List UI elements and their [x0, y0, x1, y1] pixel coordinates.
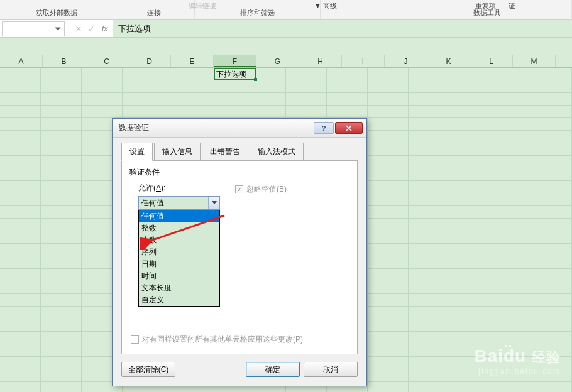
dialog-tabs: 设置 输入信息 出错警告 输入法模式	[121, 143, 358, 161]
col-header[interactable]: G	[256, 55, 299, 67]
cancel-icon: ✕	[75, 24, 82, 33]
tab-error-alert[interactable]: 出错警告	[202, 143, 248, 160]
edit-links-btn: 编辑链接	[189, 1, 216, 11]
col-header[interactable]: D	[128, 55, 171, 67]
combo-value: 任何值	[141, 198, 164, 209]
duplicates-btn[interactable]: 重复项	[475, 1, 496, 11]
ribbon-label: 连接	[147, 8, 161, 18]
col-header[interactable]: K	[427, 55, 470, 67]
cancel-button[interactable]: 取消	[304, 362, 358, 377]
dropdown-icon[interactable]	[208, 197, 219, 209]
dialog-title: 数据验证	[119, 122, 149, 133]
data-validation-dialog: 数据验证 ? 设置 输入信息 出错警告 输入法模式 验证条件 允许(A):	[112, 118, 367, 386]
tab-panel-settings: 验证条件 允许(A): 任何值 任何值 整数	[121, 161, 358, 354]
dropdown-option[interactable]: 小数	[139, 234, 219, 246]
col-header[interactable]: H	[299, 55, 342, 67]
checkbox-icon	[131, 335, 139, 344]
active-cell-value: 下拉选项	[216, 69, 246, 80]
dialog-footer: 全部清除(C) 确定 取消	[121, 362, 358, 377]
watermark: Baid••u 经验 jingyan.baidu.com	[474, 346, 561, 376]
col-header[interactable]: L	[470, 55, 513, 67]
ribbon-toolbar: 获取外部数据 编辑链接 连接 ▼ 高级 排序和筛选 重复项 证 数据工具	[0, 0, 572, 20]
ribbon-label: 排序和筛选	[240, 8, 275, 18]
formula-bar: ✕ ✓ fx 下拉选项	[0, 20, 572, 38]
dropdown-option[interactable]: 任何值	[139, 210, 219, 222]
confirm-icon: ✓	[88, 24, 94, 33]
dropdown-option[interactable]: 自定义	[139, 294, 219, 306]
dropdown-option[interactable]: 时间	[139, 270, 219, 282]
ribbon-group-connections: 编辑链接 连接	[113, 0, 195, 19]
col-header[interactable]: C	[85, 55, 128, 67]
allow-dropdown-list: 任何值 整数 小数 序列 日期 时间 文本长度 自定义	[138, 210, 220, 307]
dropdown-option[interactable]: 日期	[139, 258, 219, 270]
col-header[interactable]: F	[214, 55, 256, 67]
name-box[interactable]	[2, 21, 65, 36]
allow-label: 允许(A):	[138, 183, 220, 193]
col-header[interactable]: I	[342, 55, 385, 67]
checkbox-icon: ✓	[235, 185, 243, 193]
checkbox-label: 忽略空值(B)	[246, 184, 287, 195]
fx-icon[interactable]: fx	[97, 24, 113, 33]
col-header[interactable]: J	[385, 55, 427, 67]
advanced-btn[interactable]: ▼ 高级	[314, 1, 337, 11]
help-button[interactable]: ?	[314, 122, 334, 134]
tab-ime-mode[interactable]: 输入法模式	[250, 143, 304, 160]
ribbon-group-external-data: 获取外部数据	[0, 0, 113, 19]
ok-button[interactable]: 确定	[246, 362, 300, 377]
close-button[interactable]	[335, 122, 363, 134]
dropdown-icon[interactable]	[54, 25, 62, 33]
checkbox-label: 对有同样设置的所有其他单元格应用这些更改(P)	[142, 334, 303, 345]
clear-all-button[interactable]: 全部清除(C)	[121, 362, 175, 377]
col-header[interactable]: B	[43, 55, 85, 67]
col-header[interactable]: M	[513, 55, 556, 67]
dropdown-option[interactable]: 文本长度	[139, 282, 219, 294]
validation-btn[interactable]: 证	[509, 1, 515, 11]
tab-input-message[interactable]: 输入信息	[154, 143, 201, 160]
col-header[interactable]: A	[0, 55, 43, 67]
fieldset-label: 验证条件	[129, 167, 349, 178]
active-cell[interactable]: 下拉选项	[214, 68, 256, 80]
dropdown-option[interactable]: 序列	[139, 246, 219, 258]
allow-combobox[interactable]: 任何值	[138, 196, 220, 210]
col-header[interactable]: E	[171, 55, 214, 67]
ribbon-label: 获取外部数据	[36, 8, 77, 18]
dropdown-option[interactable]: 整数	[139, 222, 219, 234]
tab-settings[interactable]: 设置	[121, 143, 153, 161]
formula-content: 下拉选项	[118, 23, 151, 35]
apply-same-checkbox: 对有同样设置的所有其他单元格应用这些更改(P)	[131, 334, 349, 345]
ribbon-group-data-tools: 重复项 证 数据工具	[402, 0, 572, 19]
dialog-titlebar[interactable]: 数据验证 ?	[113, 119, 366, 138]
column-headers: A B C D E F G H I J K L M	[0, 55, 572, 68]
formula-input[interactable]: 下拉选项	[113, 20, 572, 37]
ignore-blank-checkbox: ✓ 忽略空值(B)	[235, 184, 287, 195]
